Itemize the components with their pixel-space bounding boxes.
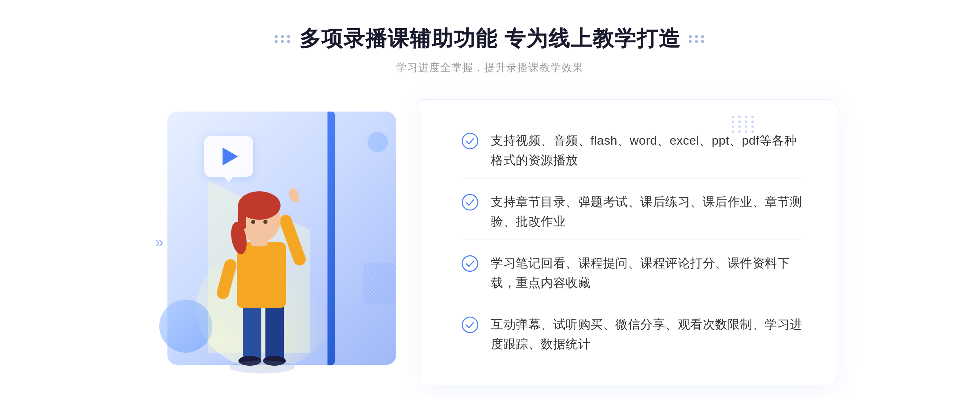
feature-text-4: 互动弹幕、试听购买、微信分享、观看次数限制、学习进度跟踪、数据统计 bbox=[491, 315, 804, 354]
check-icon-3 bbox=[461, 255, 479, 272]
page-title: 多项录播课辅助功能 专为线上教学打造 bbox=[299, 25, 681, 53]
feature-item-3: 学习笔记回看、课程提问、课程评论打分、课件资料下载，重点内容收藏 bbox=[461, 245, 804, 301]
svg-point-15 bbox=[287, 187, 301, 204]
check-icon-2 bbox=[461, 194, 479, 211]
check-icon-4 bbox=[461, 316, 479, 333]
svg-rect-1 bbox=[243, 304, 261, 361]
svg-rect-2 bbox=[265, 304, 284, 361]
feature-item-2: 支持章节目录、弹题考试、课后练习、课后作业、章节测验、批改作业 bbox=[461, 184, 804, 240]
svg-point-14 bbox=[263, 220, 267, 224]
feature-item-4: 互动弹幕、试听购买、微信分享、观看次数限制、学习进度跟踪、数据统计 bbox=[461, 306, 804, 362]
page-wrapper: 多项录播课辅助功能 专为线上教学打造 学习进度全掌握，提升录播课教学效果 » bbox=[0, 0, 980, 398]
svg-point-19 bbox=[462, 256, 478, 271]
svg-point-13 bbox=[251, 220, 255, 224]
illustration-area bbox=[143, 99, 421, 385]
stripe-deco bbox=[363, 263, 396, 304]
svg-point-18 bbox=[462, 195, 478, 210]
feature-text-2: 支持章节目录、弹题考试、课后练习、课后作业、章节测验、批改作业 bbox=[491, 192, 804, 231]
illustration-person bbox=[184, 148, 339, 385]
page-subtitle: 学习进度全掌握，提升录播课教学效果 bbox=[275, 60, 705, 75]
feature-text-3: 学习笔记回看、课程提问、课程评论打分、课件资料下载，重点内容收藏 bbox=[491, 253, 804, 293]
header-dots-left bbox=[275, 35, 291, 43]
feature-text-1: 支持视频、音频、flash、word、excel、ppt、pdf等各种格式的资源… bbox=[491, 131, 804, 170]
content-area: » bbox=[143, 99, 837, 385]
header-section: 多项录播课辅助功能 专为线上教学打造 学习进度全掌握，提升录播课教学效果 bbox=[275, 25, 705, 75]
check-icon-1 bbox=[461, 132, 479, 150]
header-dots-right bbox=[689, 35, 705, 43]
title-row: 多项录播课辅助功能 专为线上教学打造 bbox=[275, 25, 705, 53]
arrow-left-deco: » bbox=[155, 234, 163, 251]
features-area: 支持视频、音频、flash、word、excel、ppt、pdf等各种格式的资源… bbox=[421, 99, 837, 385]
svg-point-20 bbox=[462, 317, 478, 333]
svg-point-16 bbox=[229, 360, 295, 373]
circle-deco-2 bbox=[368, 132, 388, 152]
dot-grid-top-right bbox=[732, 116, 755, 133]
svg-point-17 bbox=[462, 133, 478, 149]
